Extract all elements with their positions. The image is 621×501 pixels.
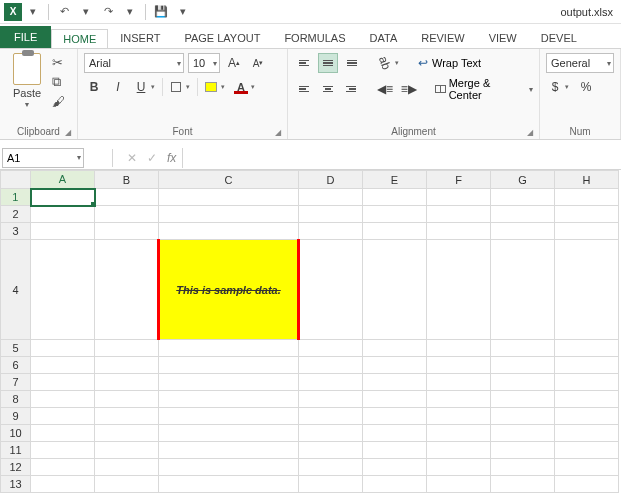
col-header-F[interactable]: F xyxy=(427,171,491,189)
merge-icon xyxy=(435,85,445,93)
cell-A1[interactable] xyxy=(31,189,95,206)
cell-E1[interactable] xyxy=(363,189,427,206)
cancel-formula-button[interactable]: ✕ xyxy=(127,151,137,165)
redo-button[interactable]: ↷ xyxy=(97,2,119,22)
group-label-clipboard: Clipboard◢ xyxy=(6,124,71,137)
fill-color-button[interactable] xyxy=(202,77,228,97)
font-name-combo[interactable]: Arial▾ xyxy=(84,53,184,73)
clipboard-launcher[interactable]: ◢ xyxy=(65,128,71,137)
increase-indent-button[interactable]: ≡▶ xyxy=(399,79,419,99)
underline-button[interactable]: U xyxy=(132,77,158,97)
tab-developer[interactable]: DEVEL xyxy=(529,28,589,48)
col-header-D[interactable]: D xyxy=(299,171,363,189)
wrap-text-icon: ↩ xyxy=(418,56,428,70)
cell-F1[interactable] xyxy=(427,189,491,206)
insert-function-button[interactable]: fx xyxy=(167,151,176,165)
row-header-12[interactable]: 12 xyxy=(1,459,31,476)
font-size-combo[interactable]: 10▾ xyxy=(188,53,220,73)
increase-font-button[interactable]: A▴ xyxy=(224,53,244,73)
row-header-7[interactable]: 7 xyxy=(1,374,31,391)
row-header-5[interactable]: 5 xyxy=(1,340,31,357)
accounting-format-button[interactable]: $ xyxy=(546,77,572,97)
tab-page-layout[interactable]: PAGE LAYOUT xyxy=(172,28,272,48)
row-header-1[interactable]: 1 xyxy=(1,189,31,206)
cell-D1[interactable] xyxy=(299,189,363,206)
cut-button[interactable]: ✂ xyxy=(52,55,65,70)
save-button[interactable]: 💾 xyxy=(150,2,172,22)
undo-dropdown[interactable]: ▾ xyxy=(75,2,97,22)
name-box[interactable]: A1▾ xyxy=(2,148,84,168)
tab-data[interactable]: DATA xyxy=(358,28,410,48)
col-header-E[interactable]: E xyxy=(363,171,427,189)
window-title: output.xlsx xyxy=(560,6,613,18)
tab-review[interactable]: REVIEW xyxy=(409,28,476,48)
number-format-combo[interactable]: General▾ xyxy=(546,53,614,73)
font-launcher[interactable]: ◢ xyxy=(275,128,281,137)
percent-format-button[interactable]: % xyxy=(576,77,596,97)
row-header-6[interactable]: 6 xyxy=(1,357,31,374)
formula-input[interactable] xyxy=(182,148,621,168)
cell-C1[interactable] xyxy=(159,189,299,206)
format-painter-button[interactable]: 🖌 xyxy=(52,94,65,109)
col-header-G[interactable]: G xyxy=(491,171,555,189)
qat-dropdown[interactable]: ▾ xyxy=(22,2,44,22)
clipboard-icon xyxy=(13,53,41,85)
wrap-text-button[interactable]: ↩ Wrap Text xyxy=(418,56,481,70)
decrease-indent-button[interactable]: ◀≡ xyxy=(375,79,395,99)
row-header-9[interactable]: 9 xyxy=(1,408,31,425)
tab-formulas[interactable]: FORMULAS xyxy=(272,28,357,48)
spreadsheet-grid[interactable]: A B C D E F G H 1 2 3 4 This is sample d… xyxy=(0,170,619,493)
borders-button[interactable] xyxy=(167,77,193,97)
group-label-number: Num xyxy=(546,124,614,137)
decrease-font-button[interactable]: A▾ xyxy=(248,53,268,73)
tab-insert[interactable]: INSERT xyxy=(108,28,172,48)
col-header-A[interactable]: A xyxy=(31,171,95,189)
row-header-3[interactable]: 3 xyxy=(1,223,31,240)
tab-file[interactable]: FILE xyxy=(0,26,51,48)
align-right-button[interactable] xyxy=(342,79,362,99)
enter-formula-button[interactable]: ✓ xyxy=(147,151,157,165)
paste-button[interactable]: Paste ▼ xyxy=(6,53,48,108)
redo-dropdown[interactable]: ▾ xyxy=(119,2,141,22)
orientation-button[interactable]: ab xyxy=(376,53,402,73)
col-header-C[interactable]: C xyxy=(159,171,299,189)
row-header-10[interactable]: 10 xyxy=(1,425,31,442)
group-label-alignment: Alignment◢ xyxy=(294,124,533,137)
bold-button[interactable]: B xyxy=(84,77,104,97)
alignment-launcher[interactable]: ◢ xyxy=(527,128,533,137)
cell-G1[interactable] xyxy=(491,189,555,206)
italic-button[interactable]: I xyxy=(108,77,128,97)
align-top-button[interactable] xyxy=(294,53,314,73)
font-color-button[interactable]: A xyxy=(232,77,258,97)
row-header-8[interactable]: 8 xyxy=(1,391,31,408)
row-header-13[interactable]: 13 xyxy=(1,476,31,493)
paste-dropdown[interactable]: ▼ xyxy=(24,101,31,108)
qat-customize[interactable]: ▾ xyxy=(172,2,194,22)
cell-H1[interactable] xyxy=(555,189,619,206)
align-bottom-button[interactable] xyxy=(342,53,362,73)
col-header-H[interactable]: H xyxy=(555,171,619,189)
cell-B1[interactable] xyxy=(95,189,159,206)
tab-home[interactable]: HOME xyxy=(51,29,108,48)
row-header-11[interactable]: 11 xyxy=(1,442,31,459)
copy-button[interactable]: ⧉ xyxy=(52,74,65,90)
undo-button[interactable]: ↶ xyxy=(53,2,75,22)
col-header-B[interactable]: B xyxy=(95,171,159,189)
row-header-2[interactable]: 2 xyxy=(1,206,31,223)
group-label-font: Font◢ xyxy=(84,124,281,137)
tab-view[interactable]: VIEW xyxy=(477,28,529,48)
app-icon: X xyxy=(4,3,22,21)
merge-center-button[interactable]: Merge & Center ▾ xyxy=(435,77,533,101)
cell-C4[interactable]: This is sample data. xyxy=(159,240,299,340)
select-all-corner[interactable] xyxy=(1,171,31,189)
align-center-button[interactable] xyxy=(318,79,338,99)
row-header-4[interactable]: 4 xyxy=(1,240,31,340)
align-middle-button[interactable] xyxy=(318,53,338,73)
align-left-button[interactable] xyxy=(294,79,314,99)
